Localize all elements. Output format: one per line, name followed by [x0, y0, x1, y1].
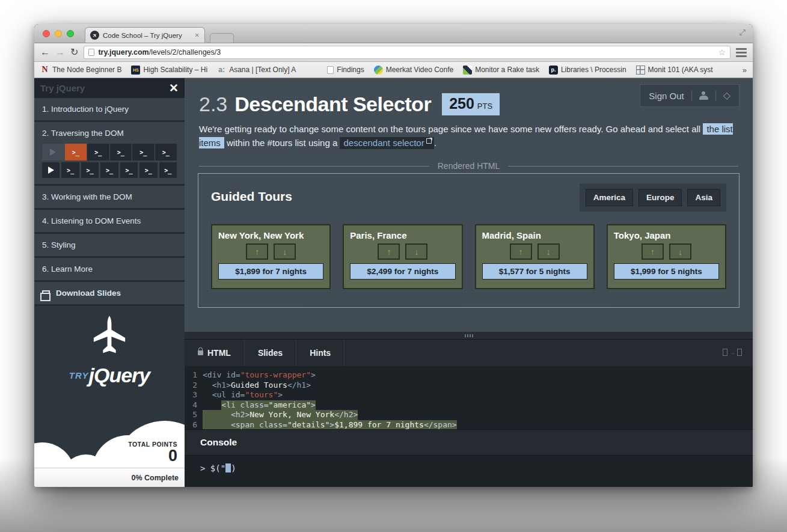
url-text[interactable]: try.jquery.com/levels/2/challenges/3 [98, 48, 714, 57]
bookmark-favicon-icon [636, 66, 645, 75]
challenge-description: We're getting ready to change some conte… [199, 122, 738, 150]
tab-close-icon[interactable]: ✕ [195, 32, 200, 38]
back-button[interactable]: ← [40, 47, 50, 57]
editor-tabbar: HTML Slides Hints → [185, 339, 753, 366]
code-line: 3 <ul id="tours"> [185, 390, 753, 400]
challenge-button[interactable] [61, 162, 79, 178]
bookmark-favicon-icon [327, 66, 334, 74]
bookmark-item[interactable]: p. Libraries \ Processin [549, 66, 626, 75]
region-filter-button[interactable]: Europe [638, 189, 682, 206]
challenge-button[interactable] [87, 144, 109, 161]
challenge-button[interactable] [120, 162, 138, 178]
challenge-title: Descendant Selector [234, 93, 431, 116]
tab-html[interactable]: HTML [185, 340, 245, 366]
close-window-button[interactable] [43, 30, 50, 37]
profile-icon[interactable] [699, 91, 708, 100]
reload-button[interactable]: ↻ [70, 47, 78, 57]
sidebar-item-level-2[interactable]: 2. Traversing the DOM [34, 122, 185, 186]
challenge-button[interactable] [139, 162, 157, 178]
bookmark-item[interactable]: Meerkat Video Confe [374, 66, 454, 75]
down-arrow-button[interactable]: ↓ [669, 243, 691, 260]
up-arrow-button[interactable]: ↑ [510, 243, 532, 260]
sidebar-item-level-1[interactable]: 1. Introduction to jQuery [34, 98, 185, 122]
tour-cards: New York, New York ↑ ↓ $1,899 for 7 nigh… [211, 224, 726, 289]
traffic-lights [43, 30, 74, 37]
clouds-graphic: TOTAL POINTS 0 [34, 416, 185, 468]
sidebar-close-icon[interactable]: ✕ [169, 81, 179, 95]
code-editor[interactable]: 1<div id="tours-wrapper">2 <h1>Guided To… [185, 366, 753, 429]
bookmark-item[interactable]: Monit 101 (AKA syst [636, 66, 713, 75]
down-arrow-button[interactable]: ↓ [274, 243, 296, 260]
sign-out-button[interactable]: Sign Out [649, 91, 684, 101]
download-slides-button[interactable]: Download Slides [34, 282, 185, 306]
download-slides-label: Download Slides [56, 289, 121, 298]
tour-price: $1,577 for 5 nights [482, 263, 587, 280]
sidebar-item-level-3[interactable]: 3. Working with the DOM [34, 186, 185, 210]
bookmark-item[interactable]: Monitor a Rake task [463, 66, 539, 75]
points-unit: PTS [477, 102, 492, 111]
bookmark-favicon-icon: p. [549, 66, 558, 75]
tour-city: Tokyo, Japan [614, 230, 719, 240]
logo-jquery: jQuery [89, 364, 150, 387]
bookmark-item[interactable]: a: Asana | [Text Only] A [217, 66, 296, 75]
course-sidebar: Try jQuery ✕ 1. Introduction to jQuery 2… [34, 78, 185, 487]
tour-city: Paris, France [350, 230, 455, 240]
code-school-diamond-icon[interactable]: ◇ [723, 91, 730, 100]
bookmarks-overflow-icon[interactable]: » [743, 66, 747, 75]
bookmark-star-icon[interactable]: ☆ [718, 47, 726, 57]
zoom-window-button[interactable] [67, 30, 74, 37]
up-arrow-button[interactable]: ↑ [378, 243, 400, 260]
challenge-button[interactable] [65, 144, 87, 161]
logo-try: TRY [69, 370, 89, 381]
console-prompt-text: > $(" [200, 463, 225, 473]
region-filters: AmericaEuropeAsia [580, 183, 726, 212]
tab-hints[interactable]: Hints [296, 340, 345, 366]
progress-bar: 0% Complete [34, 468, 185, 487]
tour-card: Paris, France ↑ ↓ $2,499 for 7 nights [343, 224, 462, 289]
region-filter-button[interactable]: America [586, 189, 633, 206]
challenge-button[interactable] [42, 144, 64, 161]
tour-price: $2,499 for 7 nights [350, 263, 455, 280]
logo-wordmark: TRYjQuery [34, 364, 185, 387]
sidebar-item-level-6[interactable]: 6. Learn More [34, 258, 185, 282]
url-bar[interactable]: try.jquery.com/levels/2/challenges/3 ☆ [84, 46, 730, 59]
level-2-challenges [42, 144, 177, 178]
bookmark-label: Monitor a Rake task [475, 66, 539, 74]
bookmark-label: Asana | [Text Only] A [229, 66, 296, 74]
challenge-number: 2.3 [199, 93, 227, 116]
challenge-button[interactable] [42, 162, 60, 178]
forward-button[interactable]: → [55, 47, 65, 57]
bookmark-item[interactable] [305, 66, 317, 75]
sidebar-item-level-5[interactable]: 5. Styling [34, 234, 185, 258]
challenge-button[interactable] [100, 162, 118, 178]
new-tab-button[interactable] [210, 33, 234, 43]
browser-window: ✈ Code School – Try jQuery ✕ ⤢ ← → ↻ try… [34, 24, 753, 487]
challenge-row-1 [42, 144, 177, 161]
descendant-selector-link[interactable]: descendant selector [340, 137, 433, 149]
window-resize-icon[interactable]: ⤢ [740, 28, 746, 37]
rendered-html-panel: Guided Tours AmericaEuropeAsia New York,… [198, 173, 740, 308]
popout-panel-icon[interactable]: → [723, 349, 742, 356]
up-arrow-button[interactable]: ↑ [246, 243, 268, 260]
minimize-window-button[interactable] [55, 30, 62, 37]
challenge-button[interactable] [159, 162, 177, 178]
challenge-button[interactable] [155, 144, 177, 161]
bookmark-item[interactable]: Findings [327, 66, 364, 74]
tab-slides[interactable]: Slides [245, 340, 296, 366]
sidebar-item-level-4[interactable]: 4. Listening to DOM Events [34, 210, 185, 234]
region-filter-button[interactable]: Asia [687, 189, 720, 206]
bookmark-item[interactable]: HS High Scalability – Hi [131, 66, 207, 75]
browser-menu-icon[interactable] [736, 48, 747, 57]
down-arrow-button[interactable]: ↓ [405, 243, 427, 260]
up-arrow-button[interactable]: ↑ [642, 243, 664, 260]
challenge-button[interactable] [81, 162, 99, 178]
down-arrow-button[interactable]: ↓ [537, 243, 560, 260]
code-line: 2 <h1>Guided Tours</h1> [185, 381, 753, 391]
bookmark-item[interactable]: N The Node Beginner B [40, 66, 121, 75]
panel-drag-handle[interactable] [185, 332, 753, 339]
challenge-button[interactable] [110, 144, 132, 161]
challenge-button[interactable] [132, 144, 155, 161]
console-input-area[interactable]: > $(") [185, 456, 753, 487]
browser-tab[interactable]: ✈ Code School – Try jQuery ✕ [85, 27, 205, 43]
bookmark-favicon-icon: N [40, 66, 49, 75]
